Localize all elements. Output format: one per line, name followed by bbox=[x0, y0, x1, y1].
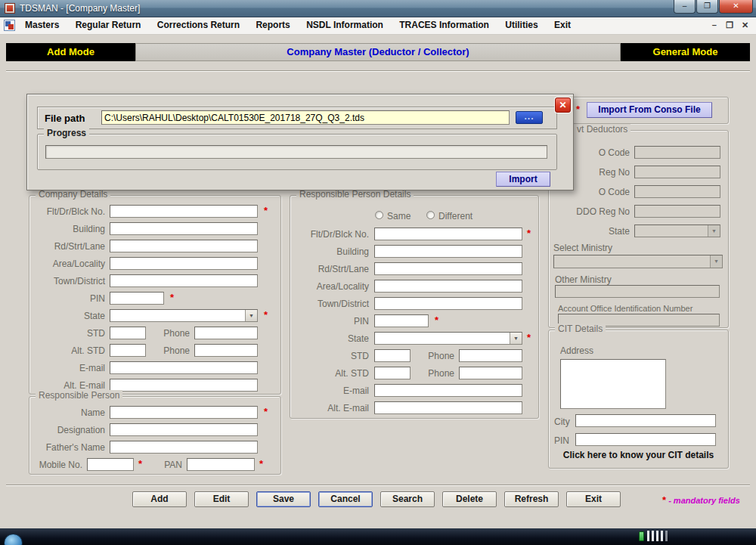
group-title: Responsible Person bbox=[36, 390, 122, 401]
field-label: Phone bbox=[143, 345, 190, 356]
company-alt-phone-input[interactable] bbox=[194, 344, 258, 357]
field-label: Phone bbox=[143, 328, 190, 339]
pin-label: PIN bbox=[554, 435, 569, 446]
menu-traces-information[interactable]: TRACES Information bbox=[392, 17, 496, 33]
cit-city-input[interactable] bbox=[575, 414, 716, 427]
file-path-panel: File path ... bbox=[37, 107, 557, 129]
cit-details-link[interactable]: Click here to know your CIT details bbox=[549, 450, 728, 460]
group-title: Responsible Person Details bbox=[296, 189, 414, 200]
field-label: Phone bbox=[407, 351, 454, 361]
delete-button[interactable]: Delete bbox=[442, 491, 497, 507]
rpd-state-select[interactable]: ▼ bbox=[374, 332, 522, 345]
company-email-input[interactable] bbox=[110, 361, 258, 374]
mdi-close-icon[interactable]: ✕ bbox=[739, 17, 751, 33]
menu-utilities[interactable]: Utilities bbox=[498, 17, 544, 33]
rpd-alt-phone-input[interactable] bbox=[459, 367, 522, 379]
import-from-conso-file-button[interactable]: Import From Conso File bbox=[587, 102, 712, 118]
rp-designation-input[interactable] bbox=[110, 423, 258, 436]
field-label: Phone bbox=[407, 368, 454, 379]
menu-nsdl-information[interactable]: NSDL Information bbox=[299, 17, 390, 33]
company-alt-std-input[interactable] bbox=[110, 344, 146, 357]
menu-reports[interactable]: Reports bbox=[249, 17, 296, 33]
rpd-building-input[interactable] bbox=[374, 245, 522, 258]
company-town-input[interactable] bbox=[110, 274, 258, 287]
rpd-alt-std-input[interactable] bbox=[374, 367, 411, 379]
mandatory-star: * bbox=[264, 206, 268, 216]
menu-corrections-return[interactable]: Corrections Return bbox=[150, 17, 246, 33]
company-phone-input[interactable] bbox=[194, 327, 258, 339]
menu-masters[interactable]: Masters bbox=[18, 17, 66, 33]
same-radio[interactable] bbox=[375, 211, 383, 219]
refresh-button[interactable]: Refresh bbox=[504, 491, 559, 507]
different-radio[interactable] bbox=[426, 211, 435, 219]
field-label: Town/District bbox=[290, 299, 369, 309]
save-button[interactable]: Save bbox=[256, 491, 311, 507]
rp-pan-input[interactable] bbox=[187, 458, 255, 471]
close-button[interactable]: ✕ bbox=[719, 0, 753, 14]
cancel-button[interactable]: Cancel bbox=[318, 491, 373, 507]
tray-equalizer-icon[interactable] bbox=[656, 531, 658, 541]
tray-status-icon[interactable] bbox=[639, 531, 644, 541]
exit-button[interactable]: Exit bbox=[566, 491, 621, 507]
rp-name-input[interactable] bbox=[110, 406, 258, 419]
company-flt-input[interactable] bbox=[110, 205, 258, 218]
app-icon bbox=[5, 3, 15, 14]
maximize-button[interactable]: ❐ bbox=[696, 0, 718, 14]
tray-equalizer-icon[interactable] bbox=[661, 531, 663, 541]
rpd-std-input[interactable] bbox=[374, 349, 411, 362]
rp-fathers-name-input[interactable] bbox=[110, 441, 258, 454]
mdi-restore-icon[interactable]: ❐ bbox=[723, 17, 736, 33]
menu-regular-return[interactable]: Regular Return bbox=[69, 17, 148, 33]
conso-group: * Import From Conso File bbox=[548, 97, 729, 124]
browse-button[interactable]: ... bbox=[516, 111, 543, 124]
chevron-down-icon: ▼ bbox=[245, 310, 257, 321]
company-area-input[interactable] bbox=[110, 257, 258, 270]
rpd-town-input[interactable] bbox=[374, 297, 522, 310]
minimize-button[interactable]: – bbox=[674, 0, 696, 14]
field-label: Rd/Strt/Lane bbox=[29, 241, 105, 252]
system-tray[interactable] bbox=[639, 531, 670, 541]
rpd-pin-input[interactable] bbox=[374, 314, 429, 327]
rpd-flt-input[interactable] bbox=[374, 228, 522, 240]
company-alt-email-input[interactable] bbox=[110, 379, 258, 392]
title-bar: TDSMAN - [Company Master] – ❐ ✕ bbox=[0, 0, 756, 17]
select-ministry-label: Select Ministry bbox=[553, 243, 612, 253]
field-label: Father's Name bbox=[29, 442, 105, 453]
rpd-phone-input[interactable] bbox=[459, 349, 522, 362]
field-label: Building bbox=[29, 224, 105, 234]
edit-button[interactable]: Edit bbox=[194, 491, 249, 507]
field-label: Rd/Strt/Lane bbox=[290, 264, 369, 274]
tray-equalizer-icon[interactable] bbox=[647, 531, 649, 541]
tray-equalizer-icon[interactable] bbox=[665, 531, 668, 541]
company-std-input[interactable] bbox=[110, 327, 146, 339]
rpd-road-input[interactable] bbox=[374, 262, 522, 275]
dialog-close-icon[interactable]: ✕ bbox=[555, 98, 571, 113]
govt-deductors-group: vt Deductors O Code Reg No O Code DDO Re… bbox=[548, 130, 729, 328]
mdi-minimize-icon[interactable]: – bbox=[708, 17, 720, 33]
rpd-area-input[interactable] bbox=[374, 280, 522, 293]
company-road-input[interactable] bbox=[110, 240, 258, 252]
rp-mobile-input[interactable] bbox=[87, 458, 134, 471]
progress-label: Progress bbox=[44, 128, 89, 138]
cit-address-textarea[interactable] bbox=[560, 359, 666, 409]
company-state-select[interactable]: ▼ bbox=[110, 309, 258, 322]
file-path-input[interactable] bbox=[101, 110, 510, 125]
field-label: Alt. STD bbox=[290, 368, 369, 379]
company-building-input[interactable] bbox=[110, 222, 258, 235]
mandatory-star: * bbox=[259, 459, 263, 469]
search-button[interactable]: Search bbox=[380, 491, 435, 507]
rpd-alt-email-input[interactable] bbox=[374, 401, 522, 414]
company-pin-input[interactable] bbox=[110, 292, 164, 305]
import-button[interactable]: Import bbox=[496, 172, 550, 187]
taskbar[interactable] bbox=[0, 528, 756, 545]
rpd-email-input[interactable] bbox=[374, 384, 522, 397]
field-label: Building bbox=[290, 246, 369, 257]
menu-exit[interactable]: Exit bbox=[547, 17, 578, 33]
aoin-label: Account Office Identification Number bbox=[558, 303, 692, 314]
tray-equalizer-icon[interactable] bbox=[652, 531, 654, 541]
mandatory-star: * bbox=[662, 494, 666, 506]
cit-pin-input[interactable] bbox=[575, 433, 716, 446]
field-label: Town/District bbox=[29, 276, 105, 286]
ddo-regno-input bbox=[634, 205, 720, 218]
add-button[interactable]: Add bbox=[132, 491, 187, 507]
